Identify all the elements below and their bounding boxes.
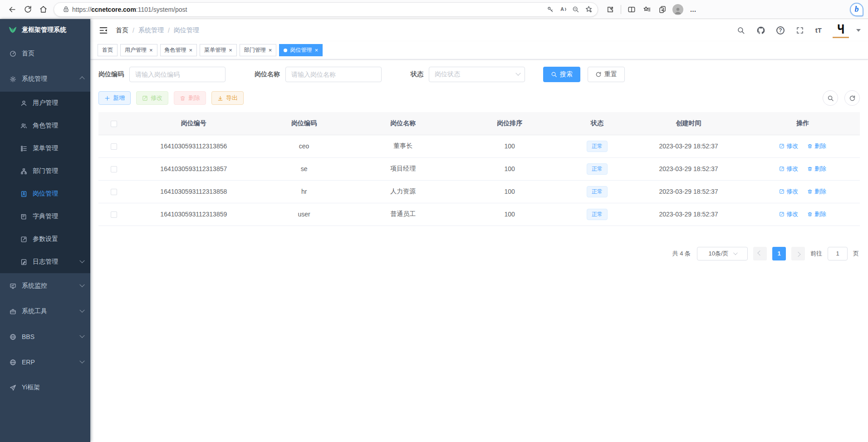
row-edit-link[interactable]: 修改: [779, 142, 798, 150]
row-edit-link[interactable]: 修改: [779, 210, 798, 218]
header-actions: ? tT Ч: [736, 23, 861, 38]
sidebar-collapse-icon[interactable]: [98, 25, 109, 36]
user-avatar[interactable]: Ч: [833, 23, 849, 38]
favorites-bar-icon[interactable]: [639, 2, 655, 17]
row-checkbox[interactable]: [111, 143, 117, 150]
close-icon[interactable]: ×: [229, 47, 232, 53]
sidebar-item-logs[interactable]: 日志管理: [0, 250, 90, 273]
row-edit-link[interactable]: 修改: [779, 165, 798, 173]
goto-page-input[interactable]: [828, 247, 848, 260]
row-delete-link[interactable]: 删除: [807, 142, 826, 150]
address-bar[interactable]: https://ccnetcore.com:1101/system/post A: [54, 2, 598, 17]
current-page[interactable]: 1: [772, 247, 786, 260]
sidebar-item-home[interactable]: 首页: [0, 41, 90, 66]
row-delete-link[interactable]: 删除: [807, 187, 826, 196]
status-badge: 正常: [587, 209, 608, 220]
chevron-down-icon: [79, 333, 84, 338]
tab-users[interactable]: 用户管理×: [120, 44, 157, 56]
chevron-right-icon: [795, 251, 800, 256]
sidebar-item-menus[interactable]: 菜单管理: [0, 137, 90, 160]
password-key-icon[interactable]: [544, 3, 557, 16]
page-size-select[interactable]: 10条/页: [697, 247, 748, 260]
menu-tree-icon: [20, 145, 27, 152]
prev-page-button[interactable]: [753, 247, 767, 260]
delete-button[interactable]: 删除: [174, 91, 206, 105]
more-menu-icon[interactable]: …: [686, 2, 701, 17]
github-icon[interactable]: [756, 26, 765, 35]
search-button[interactable]: 搜索: [543, 67, 580, 82]
row-checkbox[interactable]: [111, 189, 117, 195]
url-text[interactable]: https://ccnetcore.com:1101/system/post: [72, 6, 544, 13]
status-select[interactable]: 岗位状态: [429, 67, 525, 82]
status-badge: 正常: [587, 141, 608, 152]
fullscreen-icon[interactable]: [795, 26, 804, 35]
refresh-table-icon[interactable]: [844, 90, 860, 106]
book-icon: [20, 213, 27, 220]
extensions-icon[interactable]: [603, 2, 618, 17]
tags-view: 首页 用户管理× 角色管理× 菜单管理× 部门管理× 岗位管理×: [90, 41, 868, 59]
row-edit-link[interactable]: 修改: [779, 187, 798, 196]
close-icon[interactable]: ×: [189, 47, 193, 53]
row-delete-link[interactable]: 删除: [807, 210, 826, 218]
edit-button[interactable]: 修改: [136, 91, 168, 105]
row-checkbox[interactable]: [111, 166, 117, 172]
users-icon: [20, 123, 27, 129]
sidebar-item-erp[interactable]: ERP: [0, 349, 90, 375]
profile-avatar[interactable]: [670, 2, 686, 17]
row-delete-link[interactable]: 删除: [807, 165, 826, 173]
row-checkbox[interactable]: [111, 211, 117, 218]
sidebar-item-departments[interactable]: 部门管理: [0, 160, 90, 182]
sidebar-item-parameters[interactable]: 参数设置: [0, 228, 90, 250]
post-code-input[interactable]: [129, 67, 226, 82]
post-name-label: 岗位名称: [255, 70, 280, 79]
text-size-icon[interactable]: tT: [815, 26, 822, 34]
sidebar-item-posts[interactable]: 岗位管理: [0, 182, 90, 205]
zoom-out-icon[interactable]: [569, 3, 582, 16]
close-icon[interactable]: ×: [149, 47, 153, 53]
sidebar-item-yi-framework[interactable]: Yi框架: [0, 375, 90, 400]
tab-roles[interactable]: 角色管理×: [160, 44, 197, 56]
refresh-icon[interactable]: [20, 2, 35, 17]
gear-icon: [9, 76, 16, 83]
post-name-input[interactable]: [285, 67, 382, 82]
sidebar-item-users[interactable]: 用户管理: [0, 92, 90, 114]
dashboard-icon: [9, 50, 16, 57]
avatar-dropdown-caret[interactable]: [856, 29, 861, 32]
sidebar-item-roles[interactable]: 角色管理: [0, 114, 90, 137]
chevron-left-icon: [757, 250, 762, 255]
sidebar-item-tools[interactable]: 系统工具: [0, 299, 90, 324]
search-icon[interactable]: [736, 26, 745, 35]
help-icon[interactable]: ?: [776, 26, 785, 34]
tab-home[interactable]: 首页: [98, 44, 118, 56]
paper-plane-icon: [9, 384, 16, 391]
breadcrumb-home[interactable]: 首页: [116, 26, 128, 34]
app-logo: 意框架管理系统: [0, 19, 90, 41]
tab-posts[interactable]: 岗位管理×: [279, 44, 323, 56]
sidebar-item-bbs[interactable]: BBS: [0, 324, 90, 349]
sidebar-item-monitor[interactable]: 系统监控: [0, 273, 90, 299]
tab-departments[interactable]: 部门管理×: [240, 44, 277, 56]
chevron-down-icon: [79, 258, 84, 263]
next-page-button[interactable]: [791, 247, 805, 260]
toggle-search-icon[interactable]: [823, 90, 838, 106]
pagination: 共 4 条 10条/页 1 前往 页: [98, 247, 860, 260]
toolbar-divider: [621, 5, 621, 14]
sidebar-item-system[interactable]: 系统管理: [0, 66, 90, 92]
close-icon[interactable]: ×: [269, 47, 272, 53]
home-icon[interactable]: [35, 2, 51, 17]
reset-button[interactable]: 重置: [588, 67, 625, 82]
sidebar-item-dictionary[interactable]: 字典管理: [0, 205, 90, 228]
collections-icon[interactable]: [655, 2, 670, 17]
browser-toolbar-right: … b: [603, 2, 863, 17]
read-aloud-icon[interactable]: A: [557, 3, 569, 16]
add-button[interactable]: 新增: [98, 91, 131, 105]
select-all-checkbox[interactable]: [111, 121, 117, 127]
copilot-icon[interactable]: b: [850, 3, 863, 16]
close-icon[interactable]: ×: [314, 47, 318, 53]
back-icon[interactable]: [5, 2, 20, 17]
split-screen-icon[interactable]: [624, 2, 639, 17]
export-button[interactable]: 导出: [211, 91, 244, 105]
favorite-add-icon[interactable]: [582, 3, 595, 16]
breadcrumb: 首页 / 系统管理 / 岗位管理: [116, 26, 199, 34]
tab-menus[interactable]: 菜单管理×: [200, 44, 237, 56]
